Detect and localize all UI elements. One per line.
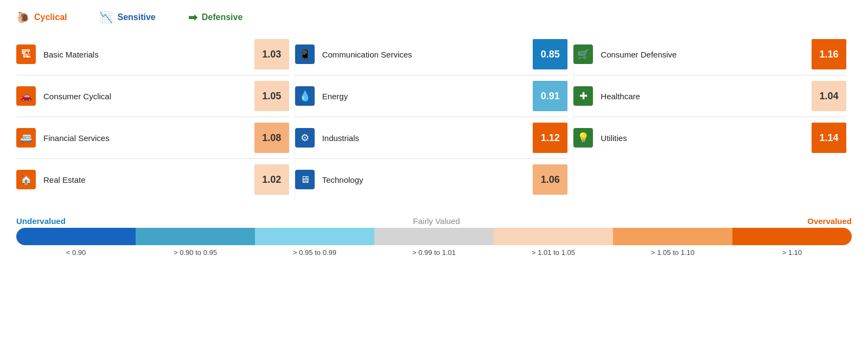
bar-segment-4 bbox=[494, 228, 613, 245]
bar-segment-5 bbox=[613, 228, 732, 245]
sector-row: ✚Healthcare1.04 bbox=[573, 75, 846, 117]
sector-row: 🛒Consumer Defensive1.16 bbox=[573, 34, 846, 75]
fairly-valued-label: Fairly Valued bbox=[413, 216, 459, 226]
sector-name: Communication Services bbox=[322, 50, 528, 59]
sector-icon-box: 🚗 bbox=[16, 86, 36, 106]
bar-segment-3 bbox=[374, 228, 494, 245]
sector-icon-box: 💡 bbox=[573, 128, 593, 148]
legend-cyclical: 🐌 Cyclical bbox=[16, 11, 67, 24]
sector-value: 1.12 bbox=[533, 123, 567, 153]
sector-row: ⚙Industrials1.12 bbox=[295, 117, 568, 159]
sector-name: Basic Materials bbox=[43, 50, 249, 59]
sector-value: 1.05 bbox=[254, 81, 289, 111]
cyclical-label: Cyclical bbox=[34, 12, 67, 22]
sector-icon-box: 🚐 bbox=[16, 128, 36, 148]
sector-name: Technology bbox=[322, 175, 528, 184]
defensive-label: Defensive bbox=[202, 12, 243, 22]
legend-sensitive: 📉 Sensitive bbox=[99, 11, 155, 24]
sector-name: Healthcare bbox=[601, 92, 806, 101]
sector-icon-box: 📱 bbox=[295, 44, 315, 64]
range-label-0: < 0.90 bbox=[16, 248, 136, 257]
sector-name: Industrials bbox=[322, 133, 528, 143]
sector-value: 1.08 bbox=[254, 123, 289, 153]
sector-icon-box: 💧 bbox=[295, 86, 315, 106]
sector-name: Energy bbox=[322, 92, 528, 101]
sector-value: 1.06 bbox=[533, 164, 567, 195]
sector-value: 0.91 bbox=[533, 81, 567, 111]
sector-value: 1.16 bbox=[812, 39, 846, 69]
range-label-4: > 1.01 to 1.05 bbox=[494, 248, 613, 257]
sensitive-group: 📱Communication Services0.85💧Energy0.91⚙I… bbox=[295, 34, 574, 200]
sector-name: Consumer Defensive bbox=[601, 50, 806, 59]
sector-icon: 🏗 bbox=[21, 49, 31, 59]
sensitive-icon: 📉 bbox=[99, 11, 113, 24]
sector-row: 🏠Real Estate1.02 bbox=[16, 159, 289, 200]
sector-icon-box: ⚙ bbox=[295, 128, 315, 148]
sector-name: Consumer Cyclical bbox=[43, 92, 249, 101]
sector-icon: ✚ bbox=[579, 91, 588, 101]
range-label-6: > 1.10 bbox=[732, 248, 852, 257]
sector-icon: 🏠 bbox=[20, 175, 32, 184]
sector-icon: ⚙ bbox=[301, 133, 309, 143]
legend-range-labels: < 0.90> 0.90 to 0.95> 0.95 to 0.99> 0.99… bbox=[16, 248, 852, 257]
sector-row: 🏗Basic Materials1.03 bbox=[16, 34, 289, 75]
sensitive-label: Sensitive bbox=[117, 12, 155, 22]
sector-icon: 💧 bbox=[299, 91, 311, 101]
sector-name: Utilities bbox=[601, 133, 806, 143]
sector-name: Financial Services bbox=[43, 133, 249, 143]
bar-segment-6 bbox=[732, 228, 852, 245]
sector-icon-box: 🏗 bbox=[16, 44, 36, 64]
bar-segment-2 bbox=[255, 228, 374, 245]
sectors-container: 🏗Basic Materials1.03🚗Consumer Cyclical1.… bbox=[16, 34, 852, 200]
defensive-group: 🛒Consumer Defensive1.16✚Healthcare1.04💡U… bbox=[573, 34, 852, 200]
sector-icon: 🚗 bbox=[20, 91, 32, 101]
sector-row: 🚐Financial Services1.08 bbox=[16, 117, 289, 159]
legend-labels-top: Undervalued Fairly Valued Overvalued bbox=[16, 216, 852, 226]
sector-value: 1.02 bbox=[254, 164, 289, 195]
sector-name: Real Estate bbox=[43, 175, 249, 184]
sector-icon: 📱 bbox=[299, 49, 311, 59]
undervalued-label: Undervalued bbox=[16, 216, 66, 226]
defensive-icon: ➡ bbox=[188, 11, 197, 24]
sector-row: 💧Energy0.91 bbox=[295, 75, 568, 117]
sector-icon: 🛒 bbox=[577, 49, 589, 59]
range-label-2: > 0.95 to 0.99 bbox=[255, 248, 374, 257]
range-label-3: > 0.99 to 1.01 bbox=[374, 248, 494, 257]
bar-segment-1 bbox=[136, 228, 255, 245]
range-label-5: > 1.05 to 1.10 bbox=[613, 248, 732, 257]
sector-icon: 💡 bbox=[577, 133, 589, 143]
sector-icon-box: 🖥 bbox=[295, 170, 315, 189]
sector-value: 1.03 bbox=[254, 39, 289, 69]
sector-value: 0.85 bbox=[533, 39, 567, 69]
bar-segments bbox=[16, 228, 852, 245]
range-label-1: > 0.90 to 0.95 bbox=[136, 248, 255, 257]
sector-icon-box: 🏠 bbox=[16, 170, 36, 189]
legend-defensive: ➡ Defensive bbox=[188, 11, 243, 24]
sector-icon: 🖥 bbox=[300, 175, 310, 184]
cyclical-icon: 🐌 bbox=[16, 11, 30, 24]
sector-row: 💡Utilities1.14 bbox=[573, 117, 846, 158]
sector-icon: 🚐 bbox=[20, 133, 32, 143]
overvalued-label: Overvalued bbox=[807, 216, 852, 226]
sector-value: 1.14 bbox=[812, 123, 846, 153]
cyclical-group: 🏗Basic Materials1.03🚗Consumer Cyclical1.… bbox=[16, 34, 295, 200]
legend-row: 🐌 Cyclical 📉 Sensitive ➡ Defensive bbox=[16, 11, 852, 24]
sector-row: 🚗Consumer Cyclical1.05 bbox=[16, 75, 289, 117]
sector-row: 🖥Technology1.06 bbox=[295, 159, 568, 200]
bar-segment-0 bbox=[16, 228, 136, 245]
sector-row: 📱Communication Services0.85 bbox=[295, 34, 568, 75]
legend-bar-section: Undervalued Fairly Valued Overvalued < 0… bbox=[16, 216, 852, 257]
sector-value: 1.04 bbox=[812, 81, 846, 111]
sector-icon-box: ✚ bbox=[573, 86, 593, 106]
sector-icon-box: 🛒 bbox=[573, 44, 593, 64]
